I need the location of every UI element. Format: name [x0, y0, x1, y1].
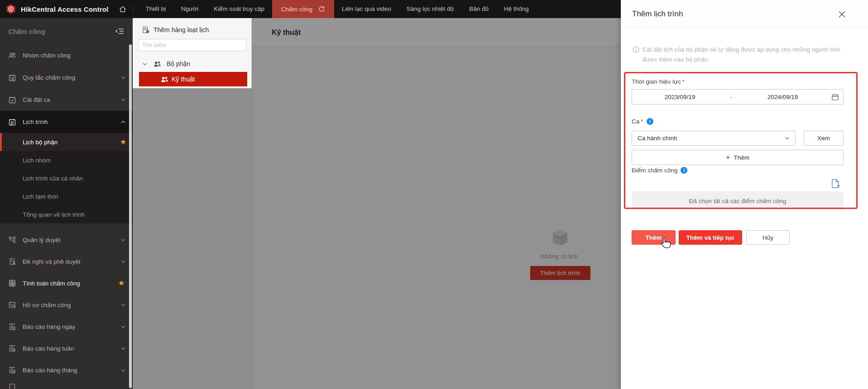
tree-caret-icon[interactable] — [143, 62, 147, 66]
attendance-calculation-icon — [8, 279, 16, 287]
drawer-note-text: Cài đặt lịch của bộ phận sẽ tự động được… — [643, 45, 841, 65]
checkin-point-label: Điểm chấm công i — [632, 167, 687, 174]
svg-text:W: W — [12, 349, 15, 351]
sidebar-title-row: Chấm công — [0, 18, 133, 44]
checkin-info-badge-icon[interactable]: i — [681, 167, 687, 174]
nav-item-devices[interactable]: Thiết bị — [138, 0, 173, 18]
drawer-title: Thêm lịch trình — [632, 9, 683, 19]
date-range-picker[interactable]: 2023/09/19 - 2024/09/19 — [632, 89, 844, 104]
schedule-icon — [8, 118, 16, 126]
add-schedule-drawer: Thêm lịch trình Cài đặt lịch của bộ phận… — [621, 0, 868, 389]
sidebar-scrollbar[interactable] — [129, 44, 132, 388]
sidebar-subitem-label: Lịch nhóm — [23, 157, 51, 164]
chevron-down-icon — [121, 238, 125, 242]
end-date-value[interactable]: 2024/09/19 — [735, 94, 830, 100]
monthly-report-icon: M — [8, 366, 16, 374]
sidebar-subitem-label: Lịch trình của cá nhân — [23, 175, 83, 182]
shift-info-badge-icon[interactable]: i — [647, 118, 653, 125]
sidebar-subitem-person-schedule[interactable]: Lịch trình của cá nhân — [0, 169, 133, 187]
sidebar-item-label: Quy tắc chấm công — [23, 74, 75, 81]
close-icon — [839, 11, 845, 18]
nav-item-map[interactable]: Bản đồ — [461, 0, 496, 18]
sidebar: Chấm công Nhóm chấm công Quy tắc chấm cô… — [0, 18, 133, 389]
shift-label: Ca * i — [632, 118, 653, 125]
sidebar-subitem-department-schedule[interactable]: Lịch bộ phận ★ — [0, 133, 133, 151]
top-nav: HikCentral Access Control Thiết bị Người… — [0, 0, 621, 18]
sidebar-subitem-label: Lịch bộ phận — [23, 139, 58, 146]
home-icon — [119, 5, 127, 13]
nav-tab-attendance[interactable]: Chấm công — [272, 0, 334, 18]
sidebar-item-schedule[interactable]: Lịch trình — [0, 111, 133, 133]
attendance-rules-icon — [8, 74, 16, 82]
tree-node-selected[interactable]: Kỹ thuật — [139, 72, 247, 86]
svg-text:M: M — [13, 370, 15, 373]
view-shift-button[interactable]: Xem — [804, 131, 844, 146]
schedule-submenu: Lịch bộ phận ★ Lịch nhóm Lịch trình của … — [0, 133, 133, 223]
nav-item-temp-screening[interactable]: Sàng lọc nhiệt độ — [399, 0, 461, 18]
department-icon — [161, 76, 168, 83]
sidebar-title: Chấm công — [8, 28, 45, 35]
sidebar-subitem-group-schedule[interactable]: Lịch nhóm — [0, 151, 133, 169]
add-shift-button[interactable]: +Thêm — [632, 150, 844, 165]
file-add-icon — [830, 178, 840, 189]
sidebar-item-label: Báo cáo hàng ngày — [23, 323, 75, 330]
tree-selected-label: Kỹ thuật — [172, 76, 195, 83]
daily-report-icon: D — [8, 323, 16, 331]
shift-select-dropdown[interactable]: Ca hành chính — [632, 131, 796, 146]
nav-item-access-control[interactable]: Kiểm soát truy cập — [206, 0, 272, 18]
sidebar-item-label: Báo cáo hàng tuần — [23, 345, 74, 352]
refresh-icon[interactable] — [318, 5, 325, 13]
sidebar-item-approval-management[interactable]: Quản lý duyệt — [0, 229, 133, 251]
submit-and-continue-button[interactable]: Thêm và tiếp tục — [679, 230, 742, 245]
nav-item-system[interactable]: Hệ thống — [496, 0, 537, 18]
sidebar-item-attendance-calculation[interactable]: Tính toán chấm công ★ — [0, 272, 133, 294]
sidebar-item-partial — [0, 381, 133, 389]
sidebar-item-attendance-group[interactable]: Nhóm chấm công — [0, 44, 133, 66]
shift-settings-icon — [8, 96, 16, 104]
sidebar-item-application-approval[interactable]: Đề nghị và phê duyệt — [0, 251, 133, 272]
brand[interactable]: HikCentral Access Control — [0, 4, 109, 14]
drawer-actions: Thêm Thêm và tiếp tục Hủy — [632, 230, 790, 245]
plus-icon: + — [726, 153, 730, 161]
selected-points-display: Đã chọn tất cả các điểm chấm công — [632, 191, 844, 210]
batch-add-icon — [142, 26, 150, 34]
sidebar-item-daily-report[interactable]: D Báo cáo hàng ngày — [0, 316, 133, 337]
sidebar-subitem-temporary-schedule[interactable]: Lịch tạm thời — [0, 187, 133, 205]
drawer-note: Cài đặt lịch của bộ phận sẽ tự động được… — [633, 45, 841, 65]
sidebar-item-weekly-report[interactable]: W Báo cáo hàng tuần — [0, 337, 133, 359]
calendar-icon[interactable] — [831, 93, 839, 101]
department-icon — [153, 61, 161, 67]
star-icon[interactable]: ★ — [120, 138, 126, 146]
sidebar-item-shift-settings[interactable]: Cài đặt ca — [0, 89, 133, 111]
tree-node-department-root[interactable]: Bộ phận — [133, 58, 251, 69]
drawer-header: Thêm lịch trình — [621, 0, 868, 28]
close-button[interactable] — [839, 11, 845, 18]
chevron-down-icon — [121, 76, 125, 79]
tree-search-input[interactable] — [138, 39, 246, 51]
shift-select-value: Ca hành chính — [638, 135, 677, 142]
batch-add-schedule-button[interactable]: Thêm hàng loạt lịch — [133, 18, 251, 36]
chevron-down-icon — [785, 137, 790, 140]
sidebar-subitem-schedule-overview[interactable]: Tổng quan về lịch trình — [0, 205, 133, 223]
sidebar-item-attendance-rules[interactable]: Quy tắc chấm công — [0, 66, 133, 89]
nav-item-person[interactable]: Người — [173, 0, 206, 18]
approval-management-icon — [8, 236, 16, 244]
attendance-group-icon — [8, 52, 16, 60]
sidebar-item-monthly-report[interactable]: M Báo cáo hàng tháng — [0, 359, 133, 381]
info-icon — [633, 46, 639, 53]
sidebar-item-attendance-records[interactable]: Hồ sơ chấm công — [0, 294, 133, 316]
select-checkin-points-button[interactable] — [830, 178, 840, 189]
nav-divider — [133, 5, 134, 13]
menu-collapse-icon[interactable] — [115, 27, 125, 35]
star-icon[interactable]: ★ — [118, 280, 125, 287]
cancel-button[interactable]: Hủy — [746, 230, 790, 245]
brand-title: HikCentral Access Control — [21, 5, 109, 13]
start-date-value[interactable]: 2023/09/19 — [632, 94, 728, 100]
sidebar-item-label: Báo cáo hàng tháng — [23, 367, 77, 374]
submit-button[interactable]: Thêm — [632, 230, 676, 245]
home-button[interactable] — [119, 5, 127, 13]
hikcentral-logo-icon — [5, 4, 16, 14]
chevron-up-icon — [121, 120, 125, 123]
nav-item-video-intercom[interactable]: Liên lạc qua video — [334, 0, 399, 18]
required-mark: * — [682, 78, 685, 85]
